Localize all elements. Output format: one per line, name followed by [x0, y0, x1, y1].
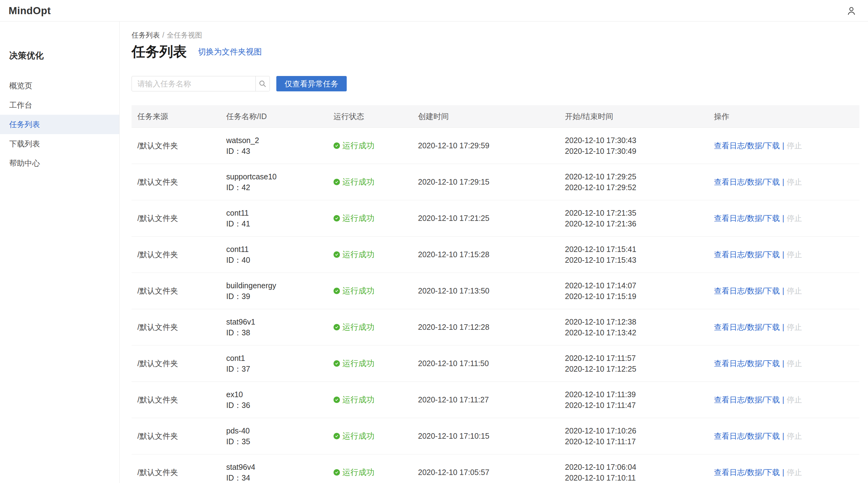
- stop-link-disabled[interactable]: 停止: [786, 395, 802, 404]
- status-text: 运行成功: [342, 394, 374, 405]
- stop-link-disabled[interactable]: 停止: [786, 177, 802, 186]
- task-source-cell: /默认文件夹: [131, 250, 226, 260]
- start-time: 2020-12-10 17:14:07: [565, 280, 714, 291]
- view-log-data-download-link[interactable]: 查看日志/数据/下载: [714, 177, 780, 186]
- view-log-data-download-link[interactable]: 查看日志/数据/下载: [714, 432, 780, 440]
- task-status-cell: 运行成功: [334, 358, 418, 369]
- task-source-cell: /默认文件夹: [131, 141, 226, 151]
- task-source-cell: /默认文件夹: [131, 467, 226, 478]
- search-button[interactable]: [255, 76, 270, 91]
- table-row: /默认文件夹 cont11 ID：41 运行成功 2020-12-10 17:2…: [131, 200, 859, 236]
- sidebar-item-3[interactable]: 下载列表: [0, 134, 119, 153]
- stop-link-disabled[interactable]: 停止: [786, 359, 802, 368]
- stop-link-disabled[interactable]: 停止: [786, 214, 802, 222]
- column-header-name-id: 任务名称/ID: [226, 111, 334, 121]
- sidebar: 决策优化 概览页工作台任务列表下载列表帮助中心: [0, 22, 120, 483]
- end-time: 2020-12-10 17:13:42: [565, 327, 714, 338]
- view-log-data-download-link[interactable]: 查看日志/数据/下载: [714, 359, 780, 368]
- task-name[interactable]: stat96v4: [226, 462, 334, 473]
- view-log-data-download-link[interactable]: 查看日志/数据/下载: [714, 323, 780, 331]
- task-search-input[interactable]: [132, 76, 255, 91]
- end-time: 2020-12-10 17:11:17: [565, 436, 714, 447]
- page-title: 任务列表: [131, 44, 187, 59]
- created-time-cell: 2020-12-10 17:12:28: [418, 323, 565, 332]
- actions-cell: 查看日志/数据/下载|停止: [714, 213, 859, 223]
- start-end-time-cell: 2020-12-10 17:06:04 2020-12-10 17:10:11: [565, 462, 714, 483]
- view-log-data-download-link[interactable]: 查看日志/数据/下载: [714, 468, 780, 477]
- actions-cell: 查看日志/数据/下载|停止: [714, 322, 859, 332]
- action-separator: |: [782, 214, 784, 222]
- task-source-cell: /默认文件夹: [131, 286, 226, 296]
- task-source-cell: /默认文件夹: [131, 177, 226, 187]
- start-end-time-cell: 2020-12-10 17:14:07 2020-12-10 17:15:19: [565, 280, 714, 302]
- action-separator: |: [782, 395, 784, 404]
- view-log-data-download-link[interactable]: 查看日志/数据/下载: [714, 395, 780, 404]
- app-logo: MindOpt: [9, 5, 51, 17]
- column-header-status: 运行状态: [334, 111, 418, 121]
- actions-cell: 查看日志/数据/下载|停止: [714, 250, 859, 260]
- task-id: ID：37: [226, 364, 334, 374]
- stop-link-disabled[interactable]: 停止: [786, 141, 802, 150]
- task-name[interactable]: stat96v1: [226, 317, 334, 327]
- created-time-cell: 2020-12-10 17:15:28: [418, 250, 565, 259]
- start-time: 2020-12-10 17:06:04: [565, 462, 714, 473]
- top-bar: MindOpt: [0, 0, 868, 22]
- start-time: 2020-12-10 17:29:25: [565, 171, 714, 182]
- task-name[interactable]: watson_2: [226, 135, 334, 146]
- success-check-icon: [334, 433, 340, 439]
- stop-link-disabled[interactable]: 停止: [786, 286, 802, 295]
- stop-link-disabled[interactable]: 停止: [786, 468, 802, 477]
- task-id: ID：40: [226, 255, 334, 265]
- show-abnormal-tasks-button[interactable]: 仅查看异常任务: [276, 76, 347, 91]
- stop-link-disabled[interactable]: 停止: [786, 432, 802, 440]
- start-end-time-cell: 2020-12-10 17:11:57 2020-12-10 17:12:25: [565, 353, 714, 374]
- sidebar-item-1[interactable]: 工作台: [0, 95, 119, 115]
- created-time-cell: 2020-12-10 17:29:15: [418, 177, 565, 187]
- task-id: ID：36: [226, 400, 334, 411]
- task-name[interactable]: supportcase10: [226, 171, 334, 182]
- sidebar-item-2[interactable]: 任务列表: [0, 115, 119, 134]
- task-name-id-cell: pds-40 ID：35: [226, 425, 334, 447]
- breadcrumb-leaf: 全任务视图: [166, 31, 202, 39]
- user-avatar-button[interactable]: [845, 4, 858, 18]
- actions-cell: 查看日志/数据/下载|停止: [714, 359, 859, 369]
- created-time-cell: 2020-12-10 17:29:59: [418, 141, 565, 150]
- status-text: 运行成功: [342, 358, 374, 369]
- sidebar-item-0[interactable]: 概览页: [0, 76, 119, 95]
- switch-folder-view-link[interactable]: 切换为文件夹视图: [198, 47, 262, 57]
- task-name[interactable]: cont1: [226, 353, 334, 364]
- action-separator: |: [782, 323, 784, 331]
- task-search-box: [131, 76, 270, 91]
- stop-link-disabled[interactable]: 停止: [786, 250, 802, 259]
- success-check-icon: [334, 324, 340, 331]
- actions-cell: 查看日志/数据/下载|停止: [714, 141, 859, 151]
- task-name[interactable]: cont11: [226, 208, 334, 219]
- success-check-icon: [334, 142, 340, 149]
- view-log-data-download-link[interactable]: 查看日志/数据/下载: [714, 214, 780, 222]
- view-log-data-download-link[interactable]: 查看日志/数据/下载: [714, 286, 780, 295]
- success-check-icon: [334, 179, 340, 185]
- task-name[interactable]: pds-40: [226, 425, 334, 436]
- task-name[interactable]: ex10: [226, 389, 334, 400]
- end-time: 2020-12-10 17:29:52: [565, 182, 714, 193]
- view-log-data-download-link[interactable]: 查看日志/数据/下载: [714, 141, 780, 150]
- task-name[interactable]: buildingenergy: [226, 280, 334, 291]
- table-row: /默认文件夹 ex10 ID：36 运行成功 2020-12-10 17:11:…: [131, 382, 859, 418]
- breadcrumb-root[interactable]: 任务列表: [131, 31, 160, 39]
- sidebar-item-4[interactable]: 帮助中心: [0, 153, 119, 173]
- task-name[interactable]: cont11: [226, 244, 334, 255]
- stop-link-disabled[interactable]: 停止: [786, 323, 802, 331]
- task-source-cell: /默认文件夹: [131, 213, 226, 223]
- task-id: ID：35: [226, 436, 334, 447]
- created-time-cell: 2020-12-10 17:21:25: [418, 214, 565, 223]
- task-status-cell: 运行成功: [334, 249, 418, 260]
- task-source-cell: /默认文件夹: [131, 431, 226, 441]
- actions-cell: 查看日志/数据/下载|停止: [714, 467, 859, 478]
- sidebar-section-title: 决策优化: [9, 50, 44, 61]
- column-header-source: 任务来源: [131, 111, 226, 121]
- status-text: 运行成功: [342, 285, 374, 296]
- view-log-data-download-link[interactable]: 查看日志/数据/下载: [714, 250, 780, 259]
- task-name-id-cell: ex10 ID：36: [226, 389, 334, 411]
- table-row: /默认文件夹 cont1 ID：37 运行成功 2020-12-10 17:11…: [131, 345, 859, 382]
- user-icon: [846, 5, 857, 16]
